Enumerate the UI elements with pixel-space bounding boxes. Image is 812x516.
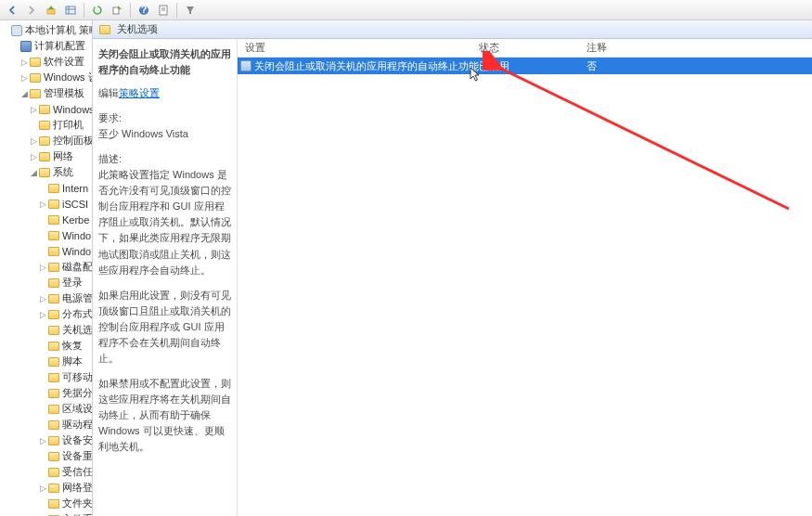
cell-setting: 关闭会阻止或取消关机的应用程序的自动终止功能	[254, 59, 479, 73]
properties-button[interactable]	[155, 2, 172, 19]
tree-item[interactable]: 凭据分	[0, 385, 92, 401]
edit-policy-link[interactable]: 策略设置	[119, 87, 160, 98]
folder-icon	[38, 150, 51, 163]
expand-twisty[interactable]: ▷	[39, 263, 47, 272]
svg-text:?: ?	[141, 5, 148, 15]
expand-twisty[interactable]: ▷	[30, 105, 38, 114]
folder-open-icon	[38, 166, 51, 179]
tree-item[interactable]: ▷分布式	[0, 306, 92, 322]
expand-twisty[interactable]: ▷	[30, 136, 38, 146]
tree-item-label: 设备重	[62, 449, 93, 463]
tree-item[interactable]: Kerbe	[0, 212, 92, 227]
expand-twisty[interactable]: ◢	[20, 89, 29, 98]
tree-item[interactable]: ▷iSCSI	[0, 196, 92, 212]
tree-item[interactable]: 驱动程	[0, 417, 92, 432]
column-comment[interactable]: 注释	[586, 41, 812, 55]
help-button[interactable]: ?	[135, 2, 152, 19]
tree-item-label: 可移动	[62, 370, 93, 384]
tree-item-label: 软件设置	[44, 55, 84, 69]
tree-item[interactable]: ▷设备安	[0, 432, 92, 448]
tree-item-label: 脚本	[62, 355, 83, 368]
requirements-label: 要求:	[98, 110, 231, 126]
expand-twisty[interactable]: ▷	[20, 58, 29, 67]
tree-item-label: 网络登	[62, 481, 93, 495]
tree-item[interactable]: ◢管理模板	[0, 85, 92, 101]
folder-icon	[38, 103, 51, 116]
tree-item-label: 控制面板	[53, 134, 93, 148]
folder-icon	[47, 229, 60, 242]
tree-item[interactable]: 设备重	[0, 448, 92, 464]
filter-button[interactable]	[182, 2, 199, 19]
tree-item-label: 登录	[62, 276, 83, 290]
folder-icon	[47, 292, 60, 305]
column-headers: 设置 状态 注释	[238, 39, 812, 58]
folder-icon	[47, 482, 60, 495]
back-button[interactable]	[4, 2, 20, 19]
description-paragraph-3: 如果禁用或不配置此设置，则这些应用程序将在关机期间自动终止，从而有助于确保 Wi…	[98, 376, 231, 455]
tree-item[interactable]: ▷电源管	[0, 290, 92, 306]
tree-item[interactable]: ◢系统	[0, 164, 92, 180]
tree-item[interactable]: 受信任	[0, 464, 92, 480]
column-setting[interactable]: 设置	[238, 41, 479, 55]
expand-twisty[interactable]: ▷	[39, 484, 47, 493]
tree-item[interactable]: Intern	[0, 180, 92, 196]
policy-list-pane: 设置 状态 注释 关闭会阻止或取消关机的应用程序的自动终止功能已启用否	[238, 39, 812, 516]
requirements-value: 至少 Windows Vista	[98, 126, 231, 142]
tree-item[interactable]: ▷软件设置	[0, 54, 92, 70]
expand-twisty[interactable]: ◢	[30, 168, 38, 177]
content-area: 关机选项 关闭会阻止或取消关机的应用程序的自动终止功能 编辑策略设置 要求: 至…	[93, 20, 812, 516]
tree-item[interactable]: 打印机	[0, 117, 92, 133]
tree-item[interactable]: ▷磁盘配	[0, 259, 92, 275]
tree-item[interactable]: 登录	[0, 275, 92, 290]
edit-policy-line: 编辑策略设置	[98, 85, 231, 101]
folder-icon	[47, 419, 60, 432]
tree-item[interactable]: 区域设	[0, 401, 92, 417]
tree-item[interactable]: ▷控制面板	[0, 133, 92, 148]
tree-item[interactable]: 可移动	[0, 369, 92, 385]
selected-policy-title: 关闭会阻止或取消关机的应用程序的自动终止功能	[98, 46, 231, 78]
tree-item-label: Windo	[62, 246, 91, 257]
tree-item[interactable]: 文件夹	[0, 496, 92, 511]
tree-item[interactable]: ▷网络	[0, 148, 92, 164]
tree-item[interactable]: ▷Windows	[0, 101, 92, 117]
folder-icon	[47, 324, 60, 337]
folder-icon	[47, 213, 60, 226]
tree-item-label: 驱动程	[62, 418, 93, 432]
up-button[interactable]	[43, 2, 59, 19]
forward-button[interactable]	[23, 2, 40, 19]
expand-twisty[interactable]: ▷	[39, 294, 47, 303]
description-paragraph-2: 如果启用此设置，则没有可见顶级窗口且阻止或取消关机的控制台应用程序或 GUI 应…	[98, 288, 231, 367]
expand-twisty[interactable]: ▷	[39, 200, 47, 209]
folder-icon	[47, 466, 60, 479]
description-label: 描述:	[98, 151, 231, 167]
expand-twisty[interactable]: ▷	[30, 152, 38, 161]
tree-item-label: 管理模板	[44, 86, 84, 100]
cell-comment: 否	[586, 59, 812, 73]
export-button[interactable]	[109, 2, 125, 19]
tree-item[interactable]: 本地计算机 策略	[0, 22, 92, 38]
tree-item[interactable]: ▷文件系	[0, 511, 92, 516]
tree-item[interactable]: 恢复	[0, 338, 92, 354]
column-state[interactable]: 状态	[479, 41, 586, 55]
description-pane: 关闭会阻止或取消关机的应用程序的自动终止功能 编辑策略设置 要求: 至少 Win…	[93, 39, 238, 516]
tree-item[interactable]: Windo	[0, 243, 92, 259]
tree-item[interactable]: 脚本	[0, 354, 92, 369]
folder-icon	[47, 340, 60, 353]
folder-icon	[47, 434, 60, 447]
folder-icon	[38, 135, 51, 148]
folder-icon	[29, 56, 42, 69]
tree-item[interactable]: Windo	[0, 227, 92, 243]
tree-item[interactable]: 计算机配置	[0, 38, 92, 54]
tree-item[interactable]: ▷Windows 设	[0, 70, 92, 85]
views-button[interactable]	[62, 2, 79, 19]
tree-item[interactable]: 关机选	[0, 322, 92, 338]
policy-row[interactable]: 关闭会阻止或取消关机的应用程序的自动终止功能已启用否	[238, 58, 812, 74]
expand-twisty[interactable]: ▷	[20, 73, 29, 83]
expand-twisty[interactable]: ▷	[39, 436, 47, 445]
refresh-button[interactable]	[89, 2, 106, 19]
tree-item-label: 计算机配置	[34, 39, 85, 53]
expand-twisty[interactable]: ▷	[39, 310, 47, 319]
folder-icon	[47, 245, 60, 258]
tree-item[interactable]: ▷网络登	[0, 480, 92, 496]
computer-icon	[19, 40, 32, 53]
